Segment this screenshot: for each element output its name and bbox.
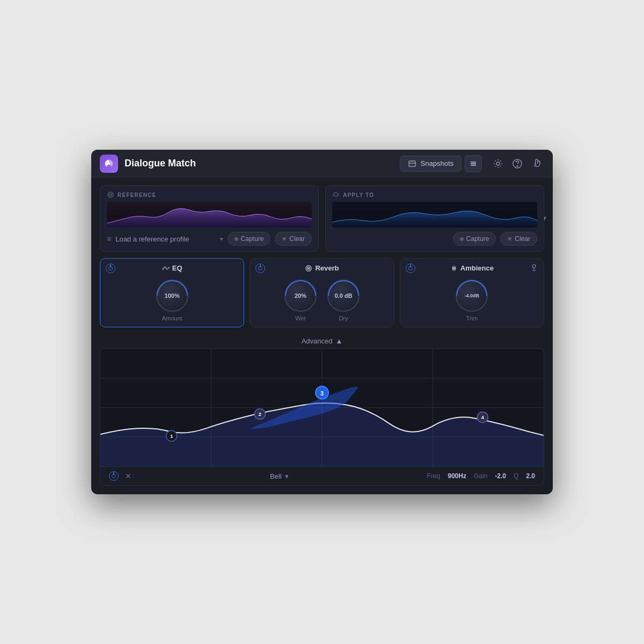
top-panels: REFERENCE bbox=[100, 185, 544, 252]
reverb-power-button[interactable] bbox=[255, 264, 265, 273]
reverb-wet-knob[interactable]: 20% bbox=[284, 280, 317, 312]
reference-panel: REFERENCE bbox=[100, 185, 319, 252]
svg-point-0 bbox=[108, 162, 111, 165]
ambience-trim-knob[interactable]: -4.0dB bbox=[456, 280, 488, 312]
eq-header: EQ bbox=[106, 264, 238, 272]
reverb-dry-value: 0.0 dB bbox=[334, 292, 352, 299]
reverb-power-icon bbox=[258, 266, 262, 270]
app-logo bbox=[100, 155, 118, 173]
freq-value: 900Hz bbox=[448, 472, 466, 480]
svg-text:1: 1 bbox=[170, 433, 173, 439]
reverb-name: Reverb bbox=[305, 264, 339, 272]
apply-capture-button[interactable]: Capture bbox=[453, 232, 496, 246]
svg-point-8 bbox=[108, 192, 113, 197]
reference-clear-button[interactable]: ✕ Clear bbox=[275, 232, 312, 246]
ambience-power-button[interactable] bbox=[406, 264, 415, 273]
q-label: Q bbox=[514, 472, 518, 480]
svg-text:3: 3 bbox=[320, 390, 324, 397]
reverb-wet-label: Wet bbox=[295, 315, 305, 321]
eq-bottom-power-button[interactable] bbox=[109, 471, 119, 481]
eq-params: Freq 900Hz Gain -2.0 Q 2.0 bbox=[427, 472, 535, 480]
reverb-wet-value: 20% bbox=[295, 292, 306, 299]
svg-point-12 bbox=[309, 268, 309, 268]
reverb-dry-knob-wrap: 0.0 dB Dry bbox=[327, 280, 360, 321]
ambience-listen-icon[interactable] bbox=[530, 263, 538, 273]
ambience-header: Ambience bbox=[406, 264, 538, 272]
reference-menu-icon[interactable]: ≡ bbox=[107, 235, 111, 243]
svg-point-5 bbox=[496, 162, 500, 165]
eq-type-label: Bell bbox=[270, 472, 282, 480]
apply-to-panel: APPLY TO bbox=[325, 185, 544, 252]
reference-dropdown-arrow-icon[interactable]: ▾ bbox=[220, 236, 223, 243]
eq-power-icon bbox=[108, 266, 113, 270]
title-bar-right bbox=[491, 156, 544, 171]
snapshots-button[interactable]: Snapshots bbox=[400, 156, 462, 172]
ambience-power-icon bbox=[408, 266, 413, 270]
svg-text:2: 2 bbox=[259, 411, 262, 417]
svg-point-14 bbox=[532, 265, 536, 268]
reference-capture-button[interactable]: Capture bbox=[228, 232, 271, 246]
eq-type-select[interactable]: Bell ▾ bbox=[138, 472, 421, 480]
apply-waveform bbox=[332, 202, 537, 228]
gesture-icon[interactable] bbox=[529, 156, 544, 171]
app-window: Dialogue Match Snapshots bbox=[91, 150, 553, 494]
eq-bottom-power-icon bbox=[112, 474, 116, 478]
reverb-wet-knob-wrap: 20% Wet bbox=[284, 280, 317, 321]
clear-x-icon: ✕ bbox=[282, 236, 287, 243]
svg-rect-1 bbox=[409, 161, 415, 166]
ambience-trim-value: -4.0dB bbox=[465, 293, 480, 298]
eq-amount-knob-wrap: 100% Amount bbox=[156, 280, 188, 321]
freq-label: Freq bbox=[427, 472, 441, 480]
effect-panels: EQ 100% Amount bbox=[100, 258, 544, 327]
snapshots-label: Snapshots bbox=[421, 159, 453, 167]
reference-waveform bbox=[107, 202, 312, 228]
eq-name: EQ bbox=[162, 264, 182, 272]
eq-amount-label: Amount bbox=[162, 315, 182, 321]
svg-point-9 bbox=[109, 194, 112, 196]
q-value: 2.0 bbox=[526, 472, 535, 480]
ambience-trim-label: Trim bbox=[466, 315, 478, 321]
main-content: ▾ REFERENCE bbox=[91, 178, 553, 494]
apply-to-label: APPLY TO bbox=[332, 191, 537, 199]
ambience-trim-knob-wrap: -4.0dB Trim bbox=[456, 280, 488, 321]
app-title: Dialogue Match bbox=[125, 158, 400, 169]
eq-graph[interactable]: 1 2 3 4 bbox=[100, 348, 544, 466]
ambience-card: Ambience -4.0dB Trim bbox=[400, 258, 544, 327]
eq-knob-container: 100% Amount bbox=[106, 280, 238, 321]
eq-power-button[interactable] bbox=[106, 264, 115, 273]
reverb-header: Reverb bbox=[255, 264, 388, 272]
advanced-arrow-icon: ▲ bbox=[335, 337, 342, 345]
settings-icon[interactable] bbox=[491, 156, 506, 171]
apply-clear-x-icon: ✕ bbox=[507, 236, 512, 243]
reference-controls: ≡ Load a reference profile ▾ Capture ✕ C… bbox=[107, 232, 312, 246]
eq-bottom-bar: ✕ Bell ▾ Freq 900Hz Gain -2.0 Q 2.0 bbox=[100, 466, 544, 486]
eq-type-arrow-icon: ▾ bbox=[285, 472, 289, 480]
reference-profile-select[interactable]: Load a reference profile bbox=[115, 235, 213, 243]
ambience-name: Ambience bbox=[450, 264, 494, 272]
advanced-label: Advanced bbox=[302, 337, 333, 345]
apply-clear-button[interactable]: ✕ Clear bbox=[500, 232, 537, 246]
reverb-dry-label: Dry bbox=[339, 315, 348, 321]
eq-close-button[interactable]: ✕ bbox=[125, 472, 131, 480]
help-icon[interactable] bbox=[510, 156, 525, 171]
hamburger-menu-button[interactable] bbox=[465, 155, 482, 172]
apply-capture-dot-icon bbox=[460, 237, 464, 241]
reverb-card: Reverb 20% Wet 0.0 dB Dry bbox=[250, 258, 394, 327]
advanced-toggle[interactable]: Advanced ▲ bbox=[100, 334, 544, 348]
capture-dot-icon bbox=[235, 237, 238, 241]
gain-value: -2.0 bbox=[495, 472, 506, 480]
gain-label: Gain bbox=[474, 472, 487, 480]
ambience-knob-container: -4.0dB Trim bbox=[406, 280, 538, 321]
title-bar: Dialogue Match Snapshots bbox=[91, 150, 553, 178]
svg-point-7 bbox=[517, 165, 518, 166]
reverb-knob-container: 20% Wet 0.0 dB Dry bbox=[255, 280, 388, 321]
svg-text:4: 4 bbox=[481, 414, 484, 420]
reverb-dry-knob[interactable]: 0.0 dB bbox=[327, 280, 360, 312]
eq-card: EQ 100% Amount bbox=[100, 258, 244, 327]
apply-controls: Capture ✕ Clear bbox=[332, 232, 537, 246]
reference-label: REFERENCE bbox=[107, 191, 312, 199]
eq-amount-knob[interactable]: 100% bbox=[156, 280, 188, 312]
eq-amount-value: 100% bbox=[165, 292, 180, 299]
